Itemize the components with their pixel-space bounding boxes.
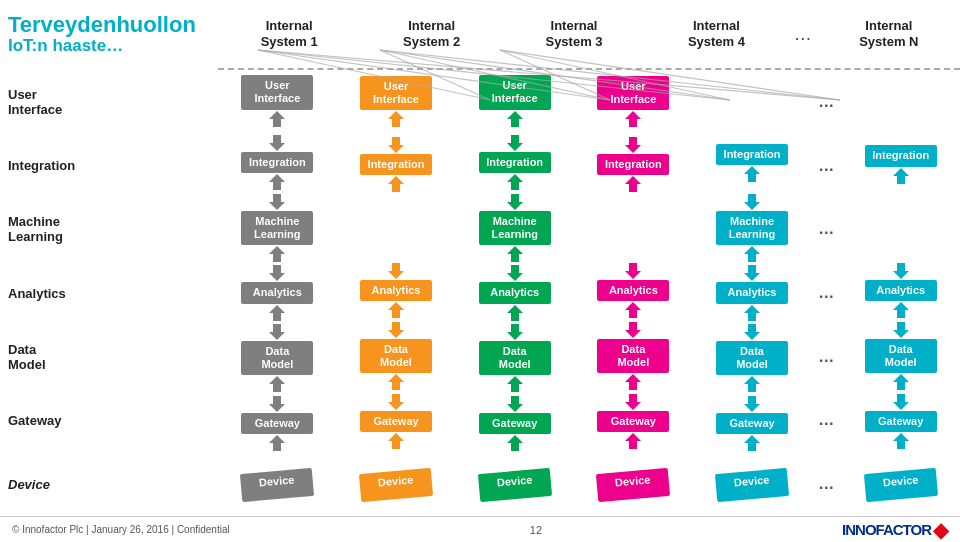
dots-cell-4: …: [811, 261, 841, 325]
svg-marker-20: [507, 111, 523, 127]
title-line1: Terveydenhuollon: [8, 13, 210, 37]
system-header-n: InternalSystem N: [818, 0, 960, 68]
dots-cell-3: …: [811, 197, 841, 261]
system-headers: InternalSystem 1 InternalSystem 2 Intern…: [218, 0, 960, 68]
box-2-dm: DataModel: [360, 339, 432, 373]
arrow-2-gw-down: [386, 433, 406, 449]
box-3-dev: Device: [478, 468, 552, 502]
columns-area: UserInterface Integration MachineLearnin…: [218, 70, 960, 516]
arrow-3-gw-up: [505, 396, 525, 412]
arrow-3-ml-up: [505, 194, 525, 210]
svg-marker-14: [388, 263, 404, 279]
svg-marker-49: [893, 168, 909, 184]
cell-4-an: Analytics: [597, 259, 669, 322]
footer-page: 12: [530, 524, 542, 536]
box-5-gw: Gateway: [716, 413, 788, 434]
cell-5-ml: MachineLearning: [716, 194, 788, 262]
box-4-an: Analytics: [597, 280, 669, 301]
cell-2-an: Analytics: [360, 259, 432, 322]
arrow-3-ml-down: [505, 246, 525, 262]
svg-marker-28: [507, 376, 523, 392]
cell-1-int: Integration: [241, 132, 313, 194]
box-1-ui: UserInterface: [241, 75, 313, 109]
arrow-3-dm-down: [505, 376, 525, 392]
svg-marker-13: [388, 176, 404, 192]
cell-4-int: Integration: [597, 133, 669, 196]
svg-marker-29: [507, 396, 523, 412]
cell-5-gw: Gateway: [716, 392, 788, 454]
arrow-5-dm-up: [742, 324, 762, 340]
svg-marker-54: [893, 394, 909, 410]
arrow-1-int-up: [267, 135, 287, 151]
svg-marker-53: [893, 374, 909, 390]
dots-cell-2: …: [811, 134, 841, 198]
svg-marker-44: [744, 305, 760, 321]
box-n-dev: Device: [864, 467, 938, 501]
svg-marker-4: [269, 246, 285, 262]
arrow-3-dm-up: [505, 324, 525, 340]
box-3-ml: MachineLearning: [479, 211, 551, 245]
box-1-ml: MachineLearning: [241, 211, 313, 245]
box-n-dm: DataModel: [865, 339, 937, 373]
box-3-an: Analytics: [479, 282, 551, 303]
arrow-4-dm-up: [623, 322, 643, 338]
arrow-4-an-up: [623, 263, 643, 279]
svg-marker-39: [625, 433, 641, 449]
arrow-3-int-up: [505, 135, 525, 151]
svg-marker-24: [507, 246, 523, 262]
cell-2-int: Integration: [360, 133, 432, 196]
arrow-n-gw-up: [891, 394, 911, 410]
arrow-5-an-down: [742, 305, 762, 321]
content-area: UserInterface Integration MachineLearnin…: [0, 70, 960, 516]
cell-1-an: Analytics: [241, 262, 313, 324]
row-label-gateway: Gateway: [0, 389, 218, 453]
svg-marker-9: [269, 396, 285, 412]
box-5-dev: Device: [715, 468, 789, 502]
box-1-int: Integration: [241, 152, 313, 173]
arrow-2-ui: [386, 111, 406, 127]
arrow-4-an-down: [623, 302, 643, 318]
row-label-ui: UserInterface: [0, 70, 218, 134]
svg-marker-43: [744, 265, 760, 281]
dots-cell-1: …: [811, 70, 841, 134]
row-label-integration: Integration: [0, 134, 218, 198]
arrow-2-int-up: [386, 137, 406, 153]
svg-marker-35: [625, 302, 641, 318]
box-4-dm: DataModel: [597, 339, 669, 373]
row-label-analytics: Analytics: [0, 261, 218, 325]
arrow-1-gw-down: [267, 435, 287, 451]
cell-3-an: Analytics: [479, 262, 551, 324]
svg-marker-15: [388, 302, 404, 318]
box-3-int: Integration: [479, 152, 551, 173]
arrow-1-dm-up: [267, 324, 287, 340]
svg-marker-40: [744, 166, 760, 182]
box-2-int: Integration: [360, 154, 432, 175]
arrow-5-ml-down: [742, 246, 762, 262]
arrow-3-int-down: [505, 174, 525, 190]
arrow-4-gw-up: [623, 394, 643, 410]
svg-marker-26: [507, 305, 523, 321]
box-5-dm: DataModel: [716, 341, 788, 375]
system-header-3: InternalSystem 3: [503, 0, 645, 68]
cell-2-dev: Device: [360, 453, 432, 516]
arrow-4-gw-down: [623, 433, 643, 449]
arrow-3-gw-down: [505, 435, 525, 451]
svg-marker-22: [507, 174, 523, 190]
box-3-ui: UserInterface: [479, 75, 551, 109]
logo-dot: ◆: [933, 518, 948, 542]
box-4-ui: UserInterface: [597, 76, 669, 110]
arrow-n-dm-down: [891, 374, 911, 390]
cell-2-dm: DataModel: [360, 322, 432, 390]
arrow-5-ml-up: [742, 194, 762, 210]
cell-5-dev: Device: [716, 454, 788, 516]
dots-cell-5: …: [811, 325, 841, 389]
svg-marker-46: [744, 376, 760, 392]
svg-marker-38: [625, 394, 641, 410]
arrow-n-int-down: [891, 168, 911, 184]
box-1-dev: Device: [240, 468, 314, 502]
arrow-5-gw-down: [742, 435, 762, 451]
cell-3-gw: Gateway: [479, 392, 551, 454]
cell-4-gw: Gateway: [597, 390, 669, 453]
arrow-1-an-down: [267, 305, 287, 321]
system-header-dots: …: [788, 0, 818, 68]
